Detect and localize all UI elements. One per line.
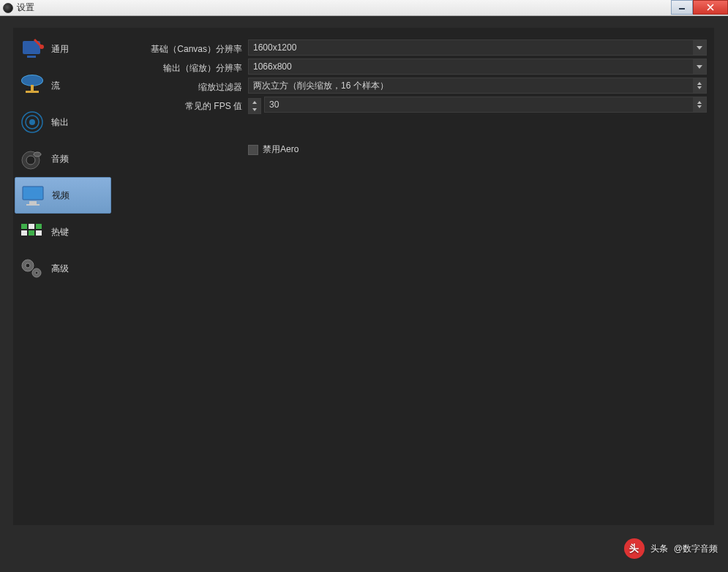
sidebar-item-label: 高级 [51,263,69,275]
svg-point-24 [26,263,30,268]
output-icon [19,109,45,135]
window-title: 设置 [17,1,34,14]
sidebar-item-label: 音频 [51,153,69,165]
sidebar-item-stream[interactable]: 流 [15,67,111,104]
fps-label: 常见的 FPS 值 [120,100,248,113]
svg-point-3 [40,45,44,49]
base-resolution-label: 基础（Canvas）分辨率 [120,43,248,56]
downscale-filter-combo[interactable]: 两次立方（削尖缩放，16 个样本） [248,78,707,94]
svg-rect-16 [26,204,40,206]
chevron-down-icon [693,59,706,74]
downscale-filter-label: 缩放过滤器 [120,81,248,94]
svg-point-10 [29,119,35,125]
titlebar: 设置 [0,0,728,16]
svg-rect-22 [36,230,42,236]
general-icon [19,36,45,62]
output-resolution-combo[interactable]: 1066x800 [248,59,707,75]
disable-aero-label: 禁用Aero [263,143,299,156]
obs-app-icon [3,3,13,13]
sidebar-item-hotkeys[interactable]: 热键 [15,214,111,250]
svg-point-13 [34,152,41,157]
settings-window: 通用 流 输出 音频 视频 [13,28,714,525]
base-resolution-combo[interactable]: 1600x1200 [248,39,707,56]
watermark: 头 头条 @数字音频 [624,538,718,559]
svg-rect-19 [36,224,42,229]
svg-rect-18 [29,224,34,229]
watermark-handle: @数字音频 [674,543,718,555]
toutiao-logo-icon: 头 [624,538,645,559]
spinner-icon [693,78,706,93]
close-icon [706,4,715,11]
sidebar-item-general[interactable]: 通用 [15,31,111,67]
sidebar-item-label: 通用 [51,43,69,56]
svg-point-26 [35,271,38,274]
fps-value: 30 [269,99,279,110]
advanced-icon [19,255,45,282]
svg-rect-15 [29,201,37,204]
sidebar-item-video[interactable]: 视频 [15,177,111,214]
output-resolution-label: 输出（缩放）分辨率 [120,62,248,75]
svg-rect-20 [21,230,27,236]
sidebar-item-label: 热键 [51,226,69,238]
downscale-filter-value: 两次立方（削尖缩放，16 个样本） [253,80,389,92]
svg-rect-21 [29,230,34,236]
sidebar-item-label: 视频 [52,189,70,202]
video-icon [20,182,46,208]
window-controls [671,0,728,15]
minimize-icon [678,4,686,10]
svg-point-5 [22,75,42,86]
sidebar-item-label: 流 [51,80,60,92]
chevron-down-icon [693,40,706,55]
minimize-button[interactable] [671,0,693,15]
svg-rect-14 [23,187,43,200]
svg-point-12 [26,156,35,165]
audio-icon [19,146,45,172]
stream-icon [19,72,45,99]
spinner-icon [693,97,706,112]
output-resolution-value: 1066x800 [253,61,292,72]
hotkeys-icon [19,219,45,245]
close-button[interactable] [693,0,728,15]
fps-value-combo[interactable]: 30 [264,97,707,113]
disable-aero-checkbox[interactable] [248,145,258,155]
sidebar-item-audio[interactable]: 音频 [15,140,111,177]
watermark-brand: 头条 [650,543,668,555]
settings-sidebar: 通用 流 输出 音频 视频 [13,28,113,525]
base-resolution-value: 1600x1200 [253,42,296,53]
svg-rect-0 [679,8,685,10]
sidebar-item-advanced[interactable]: 高级 [15,250,111,287]
video-settings-panel: 基础（Canvas）分辨率 1600x1200 输出（缩放）分辨率 1066x8… [113,28,714,525]
svg-rect-2 [27,56,36,58]
fps-type-spinner[interactable] [248,98,261,114]
sidebar-item-output[interactable]: 输出 [15,104,111,140]
sidebar-item-label: 输出 [51,116,69,129]
svg-rect-17 [21,224,27,229]
svg-rect-7 [26,91,39,93]
svg-rect-6 [31,85,34,91]
